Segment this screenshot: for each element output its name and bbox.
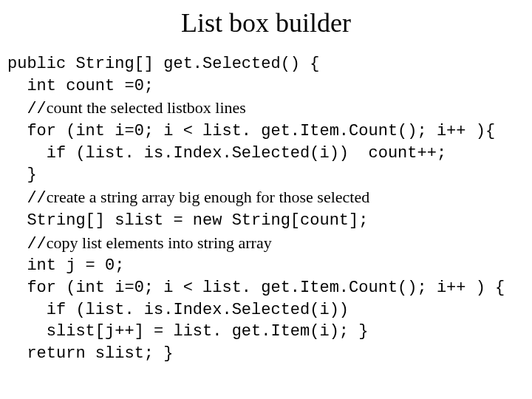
- code-line-13: slist[j++] = list. get.Item(i); }: [7, 322, 368, 341]
- code-line-1: public String[] get.Selected() {: [7, 55, 319, 73]
- code-line-6: }: [7, 166, 37, 184]
- code-line-10: int j = 0;: [7, 256, 124, 275]
- code-line-9-comment: copy list elements into string array: [47, 233, 272, 252]
- code-block: public String[] get.Selected() { int cou…: [7, 53, 525, 365]
- slide: List box builder public String[] get.Sel…: [0, 0, 532, 372]
- code-line-12: if (list. is.Index.Selected(i)): [7, 301, 349, 319]
- code-line-3-comment: count the selected listbox lines: [47, 98, 246, 117]
- code-line-11: for (int i=0; i < list. get.Item.Count()…: [7, 279, 505, 297]
- code-line-2: int count =0;: [7, 77, 154, 95]
- code-line-3-prefix: //: [7, 100, 47, 118]
- code-line-14: return slist; }: [7, 344, 173, 363]
- code-line-7-prefix: //: [7, 189, 47, 208]
- code-line-9-prefix: //: [7, 235, 47, 253]
- code-line-7-comment: create a string array big enough for tho…: [47, 188, 369, 206]
- code-line-8: String[] slist = new String[count];: [7, 211, 368, 230]
- code-line-5: if (list. is.Index.Selected(i)) count++;: [7, 144, 446, 163]
- code-line-4: for (int i=0; i < list. get.Item.Count()…: [7, 122, 495, 140]
- slide-title: List box builder: [7, 7, 525, 38]
